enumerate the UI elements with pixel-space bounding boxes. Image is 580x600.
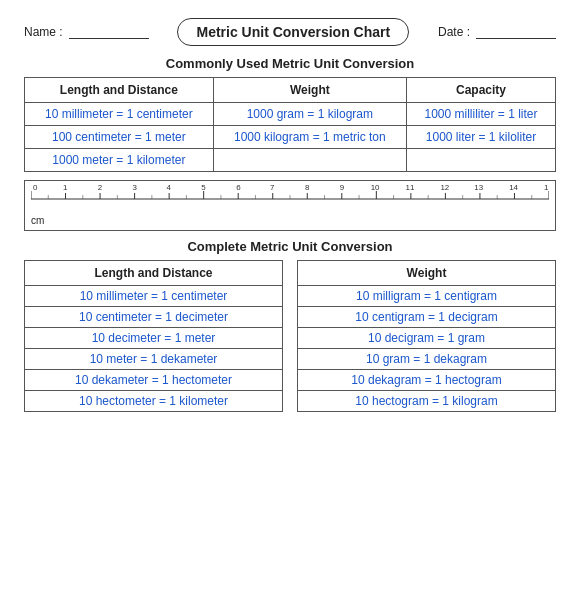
svg-text:5: 5 xyxy=(201,185,206,192)
svg-text:4: 4 xyxy=(166,185,171,192)
col-weight: Weight xyxy=(213,78,406,103)
table-row: 10 millimeter = 1 centimeter 1000 gram =… xyxy=(25,103,556,126)
weight-row-5: 10 dekagram = 1 hectogram xyxy=(298,370,556,391)
table-row: 10 hectometer = 1 kilometer xyxy=(25,391,283,412)
table-row: 10 meter = 1 dekameter xyxy=(25,349,283,370)
col-capacity: Capacity xyxy=(407,78,556,103)
table-row: 10 hectogram = 1 kilogram xyxy=(298,391,556,412)
page-title: Metric Unit Conversion Chart xyxy=(177,18,409,46)
table-row: 10 milligram = 1 centigram xyxy=(298,286,556,307)
ruler-svg: 0 1 2 3 4 5 6 xyxy=(31,185,549,213)
length-row-2: 10 centimeter = 1 decimeter xyxy=(25,307,283,328)
date-label: Date : xyxy=(438,25,470,39)
cell-length-3: 1000 meter = 1 kilometer xyxy=(25,149,214,172)
page-header: Name : Metric Unit Conversion Chart Date… xyxy=(24,18,556,46)
svg-text:3: 3 xyxy=(133,185,138,192)
common-section-title: Commonly Used Metric Unit Conversion xyxy=(24,56,556,71)
ruler-container: 0 1 2 3 4 5 6 xyxy=(24,180,556,231)
svg-text:1: 1 xyxy=(63,185,68,192)
table-row: 10 centigram = 1 decigram xyxy=(298,307,556,328)
weight-row-3: 10 decigram = 1 gram xyxy=(298,328,556,349)
table-row: 10 millimeter = 1 centimeter xyxy=(25,286,283,307)
name-label: Name : xyxy=(24,25,63,39)
svg-text:10: 10 xyxy=(371,185,380,192)
cell-length-2: 100 centimeter = 1 meter xyxy=(25,126,214,149)
svg-text:0: 0 xyxy=(33,185,38,192)
svg-text:7: 7 xyxy=(270,185,275,192)
table-row: 10 dekameter = 1 hectometer xyxy=(25,370,283,391)
svg-text:11: 11 xyxy=(406,185,415,192)
svg-text:15: 15 xyxy=(544,185,549,192)
svg-text:14: 14 xyxy=(509,185,518,192)
svg-text:9: 9 xyxy=(340,185,345,192)
length-row-3: 10 decimeter = 1 meter xyxy=(25,328,283,349)
svg-text:12: 12 xyxy=(440,185,449,192)
length-row-6: 10 hectometer = 1 kilometer xyxy=(25,391,283,412)
complete-col-length: Length and Distance xyxy=(25,261,283,286)
cell-capacity-2: 1000 liter = 1 kiloliter xyxy=(407,126,556,149)
weight-row-6: 10 hectogram = 1 kilogram xyxy=(298,391,556,412)
col-length: Length and Distance xyxy=(25,78,214,103)
table-row: 10 decimeter = 1 meter xyxy=(25,328,283,349)
weight-row-2: 10 centigram = 1 decigram xyxy=(298,307,556,328)
ruler: 0 1 2 3 4 5 6 xyxy=(31,185,549,213)
complete-weight-table: Weight 10 milligram = 1 centigram 10 cen… xyxy=(297,260,556,412)
complete-section-title: Complete Metric Unit Conversion xyxy=(24,239,556,254)
cell-capacity-1: 1000 milliliter = 1 liter xyxy=(407,103,556,126)
complete-tables-container: Length and Distance 10 millimeter = 1 ce… xyxy=(24,260,556,412)
ruler-label: cm xyxy=(31,215,549,226)
date-underline xyxy=(476,25,556,39)
table-row: 1000 meter = 1 kilometer xyxy=(25,149,556,172)
length-row-1: 10 millimeter = 1 centimeter xyxy=(25,286,283,307)
svg-text:13: 13 xyxy=(474,185,483,192)
weight-row-4: 10 gram = 1 dekagram xyxy=(298,349,556,370)
date-field: Date : xyxy=(438,25,556,39)
weight-row-1: 10 milligram = 1 centigram xyxy=(298,286,556,307)
table-row: 10 dekagram = 1 hectogram xyxy=(298,370,556,391)
svg-text:8: 8 xyxy=(305,185,310,192)
cell-length-1: 10 millimeter = 1 centimeter xyxy=(25,103,214,126)
svg-text:6: 6 xyxy=(236,185,241,192)
table-row: 100 centimeter = 1 meter 1000 kilogram =… xyxy=(25,126,556,149)
length-row-5: 10 dekameter = 1 hectometer xyxy=(25,370,283,391)
name-underline xyxy=(69,25,149,39)
common-conversion-table: Length and Distance Weight Capacity 10 m… xyxy=(24,77,556,172)
cell-weight-1: 1000 gram = 1 kilogram xyxy=(213,103,406,126)
complete-length-table: Length and Distance 10 millimeter = 1 ce… xyxy=(24,260,283,412)
table-row: 10 gram = 1 dekagram xyxy=(298,349,556,370)
table-row: 10 decigram = 1 gram xyxy=(298,328,556,349)
svg-text:2: 2 xyxy=(98,185,103,192)
name-field: Name : xyxy=(24,25,149,39)
table-row: 10 centimeter = 1 decimeter xyxy=(25,307,283,328)
length-row-4: 10 meter = 1 dekameter xyxy=(25,349,283,370)
complete-col-weight: Weight xyxy=(298,261,556,286)
cell-weight-3 xyxy=(213,149,406,172)
cell-capacity-3 xyxy=(407,149,556,172)
cell-weight-2: 1000 kilogram = 1 metric ton xyxy=(213,126,406,149)
